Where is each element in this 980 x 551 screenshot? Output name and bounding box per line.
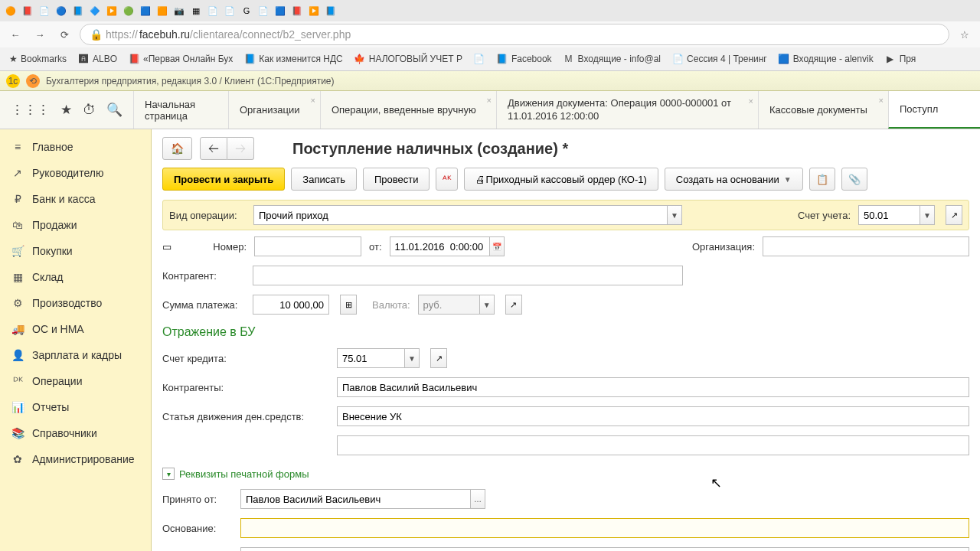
- nav-forward-button[interactable]: 🡢: [227, 137, 254, 160]
- op-type-input[interactable]: [253, 205, 667, 225]
- calculator-icon[interactable]: ⊞: [340, 295, 357, 315]
- counterparties-input[interactable]: [337, 377, 969, 397]
- report-button[interactable]: 📋: [809, 168, 835, 191]
- number-input[interactable]: [254, 236, 361, 256]
- favorite-icon[interactable]: ★: [60, 102, 72, 118]
- toolbar: Провести и закрыть Записать Провести ᴬᴷ …: [162, 168, 969, 191]
- gear-icon: ⚙: [11, 297, 24, 309]
- received-label: Принято от:: [162, 494, 233, 505]
- content-area: 🏠 🡠 🡢 Поступление наличных (создание) * …: [152, 129, 980, 551]
- close-icon[interactable]: ×: [311, 96, 315, 105]
- bookmark[interactable]: 📕«Первая Онлайн Бух: [125, 51, 236, 67]
- op-type-label: Вид операции:: [169, 210, 246, 221]
- sidebar-item-production[interactable]: ⚙Производство: [0, 290, 151, 316]
- close-icon[interactable]: ×: [749, 96, 753, 106]
- tab-receipt[interactable]: Поступл: [888, 91, 980, 129]
- sidebar-item-reports[interactable]: 📊Отчеты: [0, 394, 151, 420]
- person-icon: 👤: [11, 349, 24, 361]
- dds-label: Статья движения ден.средств:: [162, 411, 329, 422]
- attach-input[interactable]: [240, 547, 969, 551]
- create-based-button[interactable]: Создать на основании▼: [665, 168, 803, 191]
- address-bar[interactable]: 🔒 https:// facebuh.ru /clientarea/connec…: [80, 24, 949, 45]
- bookmarks-star[interactable]: ★ Bookmarks: [6, 52, 70, 66]
- chevron-down-icon[interactable]: ▼: [479, 295, 495, 315]
- history-icon[interactable]: ⏱: [83, 103, 96, 118]
- sidebar-item-purchases[interactable]: 🛒Покупки: [0, 238, 151, 264]
- bookmark[interactable]: 🍁НАЛОГОВЫЙ УЧЕТ Р: [351, 51, 466, 67]
- open-icon[interactable]: ↗: [505, 295, 522, 315]
- window-title: Бухгалтерия предприятия, редакция 3.0 / …: [46, 76, 335, 86]
- home-button[interactable]: 🏠: [162, 137, 192, 160]
- nav-back-button[interactable]: 🡠: [200, 137, 227, 160]
- star-icon[interactable]: ☆: [956, 25, 974, 44]
- account-label: Счет учета:: [798, 210, 851, 221]
- reload-icon[interactable]: ⟳: [55, 25, 74, 44]
- extra-input[interactable]: [337, 435, 969, 455]
- sidebar-item-manager[interactable]: ↗Руководителю: [0, 160, 151, 186]
- ellipsis-icon[interactable]: …: [470, 489, 485, 509]
- number-label: Номер:: [184, 241, 247, 253]
- browser-chrome: 🟠📕📄 🔵📘🔷 ▶️🟢🟦 🟧📷▦ 📄📄G 📄🟦📕 ▶️📘 ← → ⟳ 🔒 htt…: [0, 0, 980, 71]
- sidebar-item-admin[interactable]: ✿Администрирование: [0, 446, 151, 472]
- chevron-down-icon[interactable]: ▼: [404, 348, 420, 368]
- search-icon[interactable]: 🔍: [106, 102, 122, 118]
- sidebar-item-main[interactable]: ≡Главное: [0, 134, 151, 160]
- from-label: от:: [369, 241, 382, 253]
- tab-doc-movements[interactable]: Движения документа: Операция 0000-000001…: [496, 91, 758, 129]
- sidebar-item-bank[interactable]: ₽Банк и касса: [0, 186, 151, 212]
- operation-type-row: Вид операции: ▼ Счет учета: ▼ ↗: [162, 200, 969, 230]
- app-logo-icon: 1c: [6, 74, 20, 88]
- print-requisites-toggle[interactable]: ▾ Реквизиты печатной формы: [162, 468, 969, 480]
- basis-input[interactable]: [240, 518, 969, 538]
- tab-manual-ops[interactable]: Операции, введенные вручную×: [320, 91, 496, 129]
- back-icon[interactable]: ←: [6, 25, 24, 44]
- bookmark[interactable]: 🅰ALBO: [74, 51, 120, 67]
- sidebar-item-hr[interactable]: 👤Зарплата и кадры: [0, 342, 151, 368]
- date-input[interactable]: [390, 236, 489, 256]
- sidebar-item-warehouse[interactable]: ▦Склад: [0, 264, 151, 290]
- sidebar: ≡Главное ↗Руководителю ₽Банк и касса 🛍Пр…: [0, 129, 152, 551]
- dds-input[interactable]: [337, 406, 969, 426]
- amount-input[interactable]: [253, 295, 329, 315]
- menu-icon: ≡: [11, 141, 24, 153]
- chevron-down-icon[interactable]: ▼: [920, 205, 935, 225]
- credit-acc-input[interactable]: [337, 348, 404, 368]
- calendar-icon[interactable]: 📅: [489, 236, 505, 256]
- account-input[interactable]: [858, 205, 920, 225]
- tab-orgs[interactable]: Организации×: [228, 91, 320, 129]
- counterparty-input[interactable]: [253, 266, 683, 285]
- chevron-down-icon[interactable]: ▼: [667, 205, 682, 225]
- sidebar-item-dictionaries[interactable]: 📚Справочники: [0, 420, 151, 446]
- close-icon[interactable]: ×: [879, 96, 884, 105]
- bookmark[interactable]: 📄Сессия 4 | Тренинг: [668, 51, 770, 67]
- open-icon[interactable]: ↗: [946, 205, 962, 225]
- org-input[interactable]: [763, 236, 969, 256]
- bookmark[interactable]: MВходящие - info@al: [560, 51, 664, 67]
- bookmark[interactable]: 📘Как изменится НДС: [240, 51, 345, 67]
- tab-cash-docs[interactable]: Кассовые документы×: [758, 91, 888, 129]
- bookmark[interactable]: ▶Пря: [881, 51, 920, 67]
- bookmark[interactable]: 🟦Входящие - alenvik: [775, 51, 877, 67]
- sidebar-item-operations[interactable]: ᴰᴷОперации: [0, 368, 151, 394]
- pko-button[interactable]: 🖨 Приходный кассовый ордер (КО-1): [464, 168, 658, 191]
- received-input[interactable]: [240, 489, 470, 509]
- attach-button[interactable]: 📎: [841, 168, 867, 191]
- open-icon[interactable]: ↗: [430, 348, 447, 368]
- sidebar-item-assets[interactable]: 🚚ОС и НМА: [0, 316, 151, 342]
- app-tabbar: ⋮⋮⋮ ★ ⏱ 🔍 Начальная страница Организации…: [0, 91, 980, 129]
- close-icon[interactable]: ×: [487, 96, 492, 105]
- save-button[interactable]: Записать: [291, 168, 357, 191]
- counterparty-label: Контрагент:: [162, 270, 245, 282]
- currency-input: [418, 295, 479, 315]
- app-close-icon[interactable]: ⟲: [26, 74, 40, 88]
- sidebar-item-sales[interactable]: 🛍Продажи: [0, 212, 151, 238]
- bookmark[interactable]: 📄: [470, 51, 488, 67]
- post-button[interactable]: Провести: [363, 168, 430, 191]
- dk-button[interactable]: ᴬᴷ: [436, 168, 458, 191]
- chart-icon: ↗: [11, 167, 24, 179]
- post-close-button[interactable]: Провести и закрыть: [162, 168, 285, 191]
- apps-icon[interactable]: ⋮⋮⋮: [11, 102, 50, 118]
- tab-home[interactable]: Начальная страница: [133, 91, 228, 129]
- forward-icon[interactable]: →: [31, 25, 49, 44]
- bookmark[interactable]: 📘Facebook: [493, 51, 555, 67]
